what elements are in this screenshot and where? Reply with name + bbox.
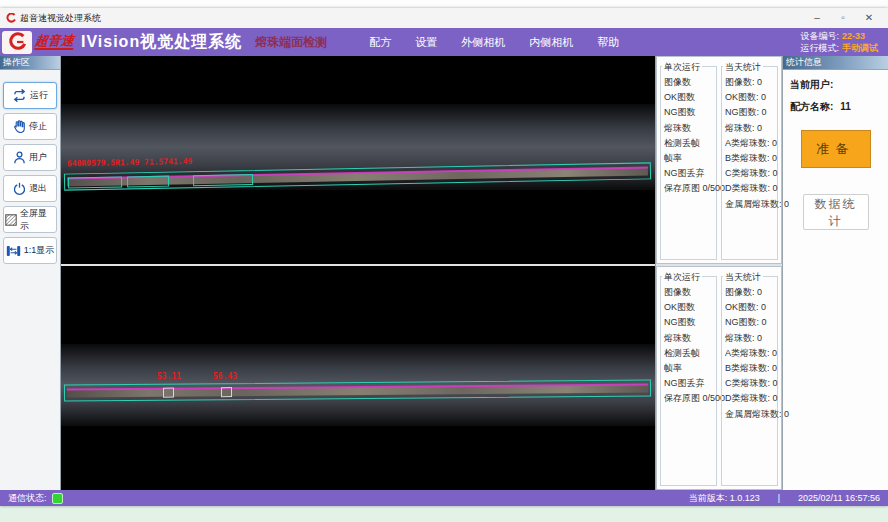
device-number-label: 设备编号: xyxy=(800,31,839,41)
exit-button[interactable]: 退出 xyxy=(3,175,57,202)
app-logo-icon xyxy=(6,13,16,23)
outer-camera-viewport: 640R0579.5R1.49 71.5741.49 xyxy=(61,56,655,264)
stat-row: NG图数 xyxy=(664,315,714,330)
app-window: 超音速视觉处理系统 – ▫ ✕ 超音速 IVision视觉处理系统 熔珠端面检测… xyxy=(0,8,888,506)
menu-item[interactable]: 内侧相机 xyxy=(529,35,573,50)
stat-row: NG图数 xyxy=(664,105,714,120)
minimize-icon[interactable]: – xyxy=(804,9,830,27)
stat-row: OK图数 xyxy=(664,90,714,105)
datetime: 2025/02/11 16:57:56 xyxy=(798,493,880,503)
power-icon xyxy=(13,182,26,195)
stat-row: NG图丢弃 xyxy=(664,166,714,181)
detection-sub-box xyxy=(193,174,253,186)
device-info: 设备编号:22-33 运行模式:手动调试 xyxy=(800,30,878,54)
comm-status-indicator xyxy=(52,493,63,504)
info-panel: 统计信息 当前用户: 配方名称: 11 准备 数据统计 xyxy=(782,56,888,490)
prepare-button[interactable]: 准备 xyxy=(801,130,871,168)
run-button[interactable]: 运行 xyxy=(3,82,57,109)
user-button[interactable]: 用户 xyxy=(3,144,57,171)
daily-stats-group: 当天统计 图像数: 0OK图数: 0NG图数: 0熔珠数: 0A类熔珠数: 0B… xyxy=(721,276,778,486)
detection-sub-box xyxy=(127,176,169,188)
detection-sub-box xyxy=(163,388,174,398)
stat-row: 检测丢帧 xyxy=(664,136,714,151)
stat-row: 检测丢帧 xyxy=(664,346,714,361)
single-run-group: 单次运行 图像数OK图数NG图数熔珠数检测丢帧帧率NG图丢弃保存原图 0/500 xyxy=(660,276,717,486)
app-title: IVision视觉处理系统 xyxy=(81,32,242,53)
stat-row: 熔珠数 xyxy=(664,331,714,346)
statusbar: 通信状态: 当前版本: 1.0.123 | 2025/02/11 16:57:5… xyxy=(0,490,888,506)
stat-row: 帧率 xyxy=(664,361,714,376)
fullscreen-icon xyxy=(5,214,17,226)
inner-camera-viewport: 53.11 56.43 xyxy=(61,266,655,490)
one-to-one-button[interactable]: 1:1显示 xyxy=(3,237,57,264)
stat-row: 图像数 xyxy=(664,285,714,300)
stat-row: NG图丢弃 xyxy=(664,376,714,391)
stat-row: A类熔珠数: 0 xyxy=(725,136,775,151)
menu-item[interactable]: 设置 xyxy=(415,35,437,50)
daily-stats-group: 当天统计 图像数: 0OK图数: 0NG图数: 0熔珠数: 0A类熔珠数: 0B… xyxy=(721,66,778,260)
stat-row: C类熔珠数: 0 xyxy=(725,376,775,391)
fullscreen-button[interactable]: 全屏显示 xyxy=(3,206,57,233)
stat-row: 熔珠数: 0 xyxy=(725,331,775,346)
maximize-icon[interactable]: ▫ xyxy=(830,9,856,27)
stat-row: OK图数: 0 xyxy=(725,90,775,105)
stop-button-label: 停止 xyxy=(29,120,47,133)
stat-row: 金属屑熔珠数: 0 xyxy=(725,407,775,422)
stat-row: 熔珠数: 0 xyxy=(725,121,775,136)
stat-row: OK图数 xyxy=(664,300,714,315)
run-button-label: 运行 xyxy=(30,89,48,102)
run-loop-icon xyxy=(12,89,27,102)
recipe-name-label: 配方名称: xyxy=(790,101,833,112)
stat-row: 金属屑熔珠数: 0 xyxy=(725,197,775,212)
detection-sub-box xyxy=(68,177,122,189)
measurement-label: 56.43 xyxy=(213,372,237,381)
outer-camera-stats: 单次运行 图像数OK图数NG图数熔珠数检测丢帧帧率NG图丢弃保存原图 0/500… xyxy=(656,56,782,264)
stat-row: D类熔珠数: 0 xyxy=(725,391,775,406)
stat-row: D类熔珠数: 0 xyxy=(725,181,775,196)
stat-row: 熔珠数 xyxy=(664,121,714,136)
fullscreen-button-label: 全屏显示 xyxy=(20,207,55,233)
stat-row: A类熔珠数: 0 xyxy=(725,346,775,361)
close-icon[interactable]: ✕ xyxy=(856,9,882,27)
stat-row: NG图数: 0 xyxy=(725,315,775,330)
daily-stats-title: 当天统计 xyxy=(723,61,763,74)
user-button-label: 用户 xyxy=(29,151,47,164)
stat-row: 保存原图 0/500 xyxy=(664,391,714,406)
measurement-label: 53.11 xyxy=(157,372,181,381)
menu-item[interactable]: 帮助 xyxy=(597,35,619,50)
brand-name: 超音速 xyxy=(34,34,75,50)
single-run-title: 单次运行 xyxy=(662,271,702,284)
brand-logo-icon xyxy=(2,31,32,54)
inner-camera-stats: 单次运行 图像数OK图数NG图数熔珠数检测丢帧帧率NG图丢弃保存原图 0/500… xyxy=(656,266,782,490)
stat-row: 帧率 xyxy=(664,151,714,166)
one-to-one-button-label: 1:1显示 xyxy=(24,244,55,257)
stat-row: OK图数: 0 xyxy=(725,300,775,315)
stop-button[interactable]: 停止 xyxy=(3,113,57,140)
stat-row: 保存原图 0/500 xyxy=(664,181,714,196)
titlebar: 超音速视觉处理系统 – ▫ ✕ xyxy=(0,8,888,28)
single-run-group: 单次运行 图像数OK图数NG图数熔珠数检测丢帧帧率NG图丢弃保存原图 0/500 xyxy=(660,66,717,260)
detection-sub-box xyxy=(221,387,232,397)
statistics-column: 单次运行 图像数OK图数NG图数熔珠数检测丢帧帧率NG图丢弃保存原图 0/500… xyxy=(655,56,782,490)
stat-row: 图像数: 0 xyxy=(725,75,775,90)
main-area: 操作区 运行 xyxy=(0,56,888,490)
version-value: 1.0.123 xyxy=(730,493,760,503)
menu-item[interactable]: 配方 xyxy=(369,35,391,50)
device-number-value: 22-33 xyxy=(842,31,865,41)
stat-row: 图像数 xyxy=(664,75,714,90)
user-icon xyxy=(13,151,26,164)
window-title: 超音速视觉处理系统 xyxy=(20,12,101,25)
recipe-name-value: 11 xyxy=(840,101,851,112)
run-mode-value: 手动调试 xyxy=(842,43,878,53)
app-subtitle: 熔珠端面检测 xyxy=(255,34,327,51)
data-statistics-button[interactable]: 数据统计 xyxy=(803,194,869,230)
exit-button-label: 退出 xyxy=(29,182,47,195)
version-label: 当前版本: xyxy=(689,493,728,503)
statusbar-separator: | xyxy=(778,493,780,503)
menu-item[interactable]: 外侧相机 xyxy=(461,35,505,50)
main-menu: 配方设置外侧相机内侧相机帮助 xyxy=(369,35,619,50)
header: 超音速 IVision视觉处理系统 熔珠端面检测 配方设置外侧相机内侧相机帮助 … xyxy=(0,28,888,56)
daily-stats-title: 当天统计 xyxy=(723,271,763,284)
stat-row: B类熔珠数: 0 xyxy=(725,151,775,166)
sidebar-caption: 操作区 xyxy=(0,56,60,70)
